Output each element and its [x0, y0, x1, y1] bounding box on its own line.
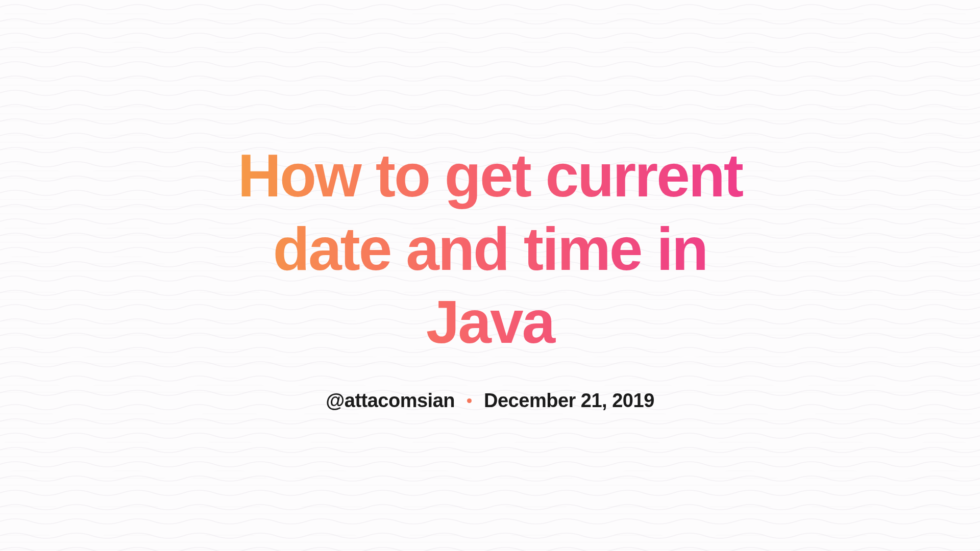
card-content: How to get current date and time in Java… — [184, 139, 796, 412]
page-title: How to get current date and time in Java — [214, 139, 766, 360]
meta-row: @attacomsian December 21, 2019 — [214, 390, 766, 412]
dot-separator-icon — [467, 398, 472, 403]
author-handle: @attacomsian — [326, 390, 455, 412]
publish-date: December 21, 2019 — [484, 390, 654, 412]
